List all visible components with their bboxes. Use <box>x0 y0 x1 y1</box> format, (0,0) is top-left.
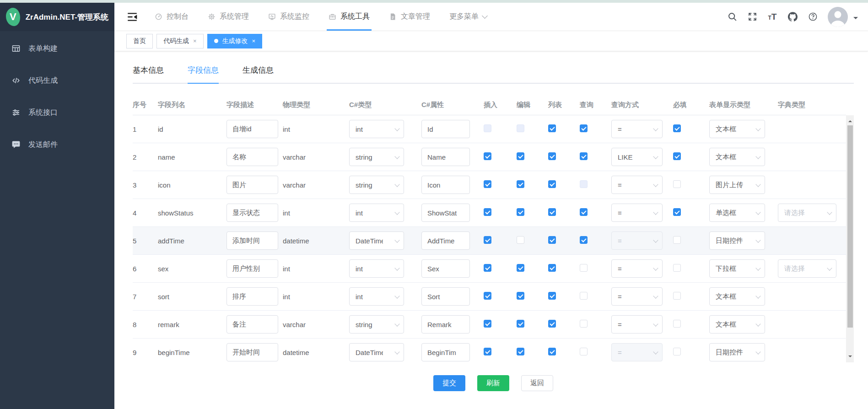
edit-checkbox[interactable] <box>517 208 524 216</box>
display-type-select[interactable]: 文本框 <box>709 120 765 138</box>
nav-item-系统工具[interactable]: 系统工具 <box>329 3 370 31</box>
dict-type-select[interactable]: 请选择 <box>778 259 836 278</box>
query-checkbox[interactable] <box>580 152 588 160</box>
scrollbar-up-arrow-icon[interactable] <box>848 118 852 122</box>
cs-type-select[interactable]: int <box>349 287 404 306</box>
insert-checkbox[interactable] <box>484 320 491 328</box>
close-icon[interactable]: × <box>252 38 256 44</box>
cs-property-input[interactable] <box>421 287 470 306</box>
cs-type-select[interactable]: int <box>349 120 404 138</box>
insert-checkbox[interactable] <box>484 152 491 160</box>
query-checkbox[interactable] <box>580 348 588 355</box>
query-type-select[interactable]: = <box>611 315 663 334</box>
list-checkbox[interactable] <box>548 264 556 272</box>
query-checkbox[interactable] <box>580 264 588 272</box>
query-type-select[interactable]: = <box>611 204 663 222</box>
query-checkbox[interactable] <box>580 292 588 300</box>
nav-item-系统管理[interactable]: 系统管理 <box>208 3 249 31</box>
sidebar-item-send-mail[interactable]: 发送邮件 <box>0 132 114 157</box>
insert-checkbox[interactable] <box>484 264 491 272</box>
description-input[interactable] <box>226 148 278 166</box>
insert-checkbox[interactable] <box>484 348 491 355</box>
tab-生成信息[interactable]: 生成信息 <box>243 65 274 83</box>
cs-property-input[interactable] <box>421 204 470 222</box>
display-type-select[interactable]: 图片上传 <box>709 176 765 194</box>
sidebar-item-api-sliders[interactable]: 系统接口 <box>0 100 114 125</box>
display-type-select[interactable]: 单选框 <box>709 204 765 222</box>
nav-item-控制台[interactable]: 控制台 <box>155 3 189 31</box>
query-type-select[interactable]: = <box>611 120 663 138</box>
query-checkbox[interactable] <box>580 320 588 328</box>
avatar[interactable] <box>828 7 848 27</box>
insert-checkbox[interactable] <box>484 236 491 244</box>
edit-checkbox[interactable] <box>517 348 524 355</box>
required-checkbox[interactable] <box>673 320 681 328</box>
cs-type-select[interactable]: int <box>349 259 404 278</box>
cs-property-input[interactable] <box>421 231 470 250</box>
cs-type-select[interactable]: string <box>349 176 404 194</box>
required-checkbox[interactable] <box>673 292 681 300</box>
query-type-select[interactable]: = <box>611 259 663 278</box>
close-icon[interactable]: × <box>193 38 197 44</box>
list-checkbox[interactable] <box>548 152 556 160</box>
edit-checkbox[interactable] <box>517 236 524 244</box>
primary-button[interactable]: 提交 <box>433 375 465 391</box>
sidebar-item-form-build[interactable]: 表单构建 <box>0 36 114 61</box>
default-button[interactable]: 返回 <box>521 375 553 391</box>
display-type-select[interactable]: 文本框 <box>709 148 765 166</box>
tag-代码生成[interactable]: 代码生成× <box>156 34 204 48</box>
required-checkbox[interactable] <box>673 152 681 160</box>
scrollbar-thumb[interactable] <box>847 125 853 328</box>
query-type-select[interactable]: LIKE <box>611 148 663 166</box>
description-input[interactable] <box>226 259 278 278</box>
cs-property-input[interactable] <box>421 148 470 166</box>
display-type-select[interactable]: 文本框 <box>709 315 765 334</box>
nav-item-系统监控[interactable]: 系统监控 <box>268 3 309 31</box>
success-button[interactable]: 刷新 <box>477 375 509 391</box>
description-input[interactable] <box>226 176 278 194</box>
cs-type-select[interactable]: int <box>349 204 404 222</box>
tag-首页[interactable]: 首页 <box>126 34 153 48</box>
description-input[interactable] <box>226 287 278 306</box>
fullscreen-icon[interactable] <box>744 8 761 26</box>
tab-基本信息[interactable]: 基本信息 <box>133 65 164 83</box>
required-checkbox[interactable] <box>673 348 681 355</box>
caret-down-icon[interactable] <box>853 17 858 22</box>
description-input[interactable] <box>226 120 278 138</box>
list-checkbox[interactable] <box>548 320 556 328</box>
required-checkbox[interactable] <box>673 180 681 188</box>
cs-property-input[interactable] <box>421 315 470 334</box>
edit-checkbox[interactable] <box>517 152 524 160</box>
query-type-select[interactable]: = <box>611 176 663 194</box>
required-checkbox[interactable] <box>673 264 681 272</box>
edit-checkbox[interactable] <box>517 292 524 300</box>
cs-property-input[interactable] <box>421 343 470 361</box>
vertical-scrollbar[interactable] <box>846 115 854 362</box>
cs-property-input[interactable] <box>421 120 470 138</box>
description-input[interactable] <box>226 343 278 361</box>
sidebar-item-code[interactable]: 代码生成 <box>0 68 114 93</box>
cs-property-input[interactable] <box>421 176 470 194</box>
cs-type-select[interactable]: string <box>349 148 404 166</box>
query-checkbox[interactable] <box>580 208 588 216</box>
help-icon[interactable] <box>804 8 821 26</box>
list-checkbox[interactable] <box>548 236 556 244</box>
edit-checkbox[interactable] <box>517 264 524 272</box>
insert-checkbox[interactable] <box>484 208 491 216</box>
tab-字段信息[interactable]: 字段信息 <box>188 65 219 83</box>
list-checkbox[interactable] <box>548 124 556 132</box>
cs-type-select[interactable]: DateTime <box>349 231 404 250</box>
cs-property-input[interactable] <box>421 259 470 278</box>
display-type-select[interactable]: 日期控件 <box>709 231 765 250</box>
insert-checkbox[interactable] <box>484 292 491 300</box>
description-input[interactable] <box>226 204 278 222</box>
cs-type-select[interactable]: DateTime <box>349 343 404 361</box>
required-checkbox[interactable] <box>673 236 681 244</box>
display-type-select[interactable]: 下拉框 <box>709 259 765 278</box>
tag-生成修改[interactable]: 生成修改× <box>207 34 263 48</box>
list-checkbox[interactable] <box>548 208 556 216</box>
query-type-select[interactable]: = <box>611 287 663 306</box>
nav-item-文章管理[interactable]: 文章管理 <box>389 3 430 31</box>
display-type-select[interactable]: 文本框 <box>709 287 765 306</box>
github-icon[interactable] <box>784 8 801 26</box>
